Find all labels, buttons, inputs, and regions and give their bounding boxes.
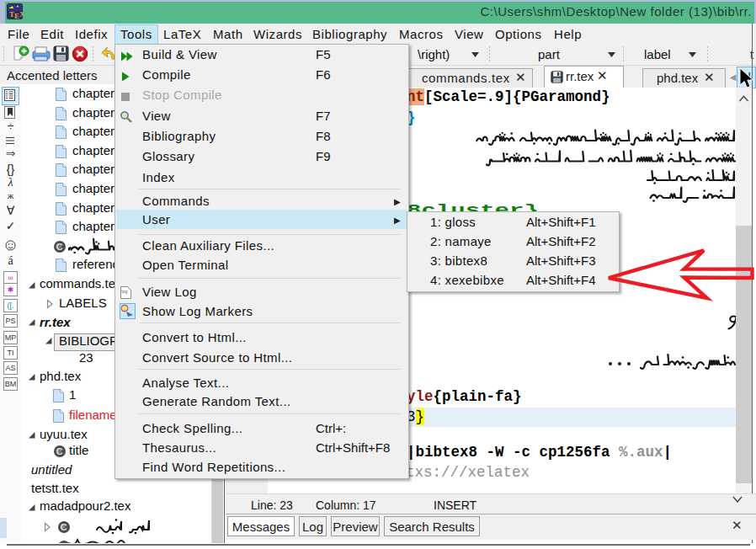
svg-text:TEX: TEX: [9, 10, 23, 20]
svg-text:C: C: [56, 446, 62, 456]
svg-text:log: log: [122, 289, 128, 294]
svg-text:C: C: [60, 541, 67, 543]
svg-text:C: C: [60, 522, 67, 532]
